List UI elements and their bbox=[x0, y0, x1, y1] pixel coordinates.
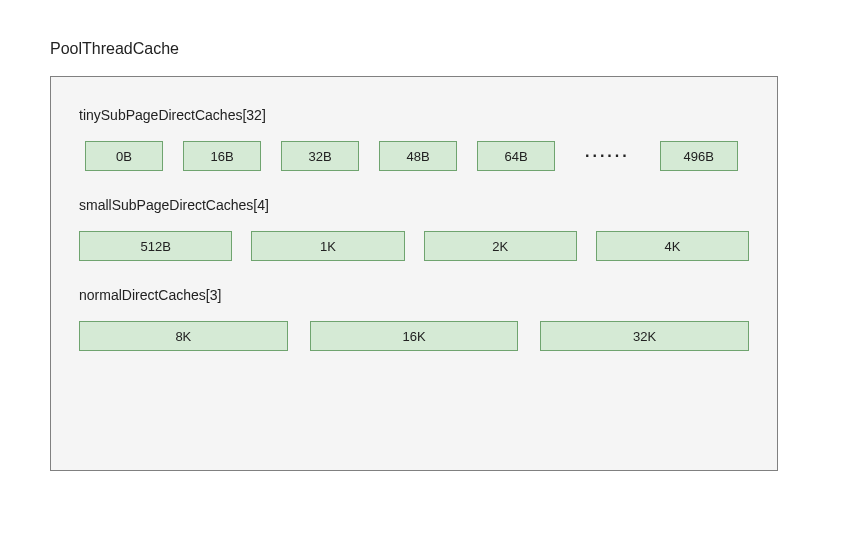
tiny-cell: 16B bbox=[183, 141, 261, 171]
small-label: smallSubPageDirectCaches[4] bbox=[79, 197, 749, 213]
normal-row: 8K 16K 32K bbox=[79, 321, 749, 351]
tiny-cell: 0B bbox=[85, 141, 163, 171]
small-cell: 2K bbox=[424, 231, 577, 261]
tiny-cell: 64B bbox=[477, 141, 555, 171]
tiny-cell: 32B bbox=[281, 141, 359, 171]
diagram-title: PoolThreadCache bbox=[50, 40, 802, 58]
normal-label: normalDirectCaches[3] bbox=[79, 287, 749, 303]
small-row: 512B 1K 2K 4K bbox=[79, 231, 749, 261]
small-cell: 1K bbox=[251, 231, 404, 261]
tiny-cell: 48B bbox=[379, 141, 457, 171]
small-cell: 4K bbox=[596, 231, 749, 261]
normal-cell: 32K bbox=[540, 321, 749, 351]
tiny-label: tinySubPageDirectCaches[32] bbox=[79, 107, 749, 123]
normal-cell: 16K bbox=[310, 321, 519, 351]
ellipsis-icon: ······ bbox=[585, 147, 630, 165]
tiny-cell: 496B bbox=[660, 141, 738, 171]
outer-box: tinySubPageDirectCaches[32] 0B 16B 32B 4… bbox=[50, 76, 778, 471]
tiny-row: 0B 16B 32B 48B 64B ······ 496B bbox=[85, 141, 749, 171]
small-cell: 512B bbox=[79, 231, 232, 261]
normal-cell: 8K bbox=[79, 321, 288, 351]
